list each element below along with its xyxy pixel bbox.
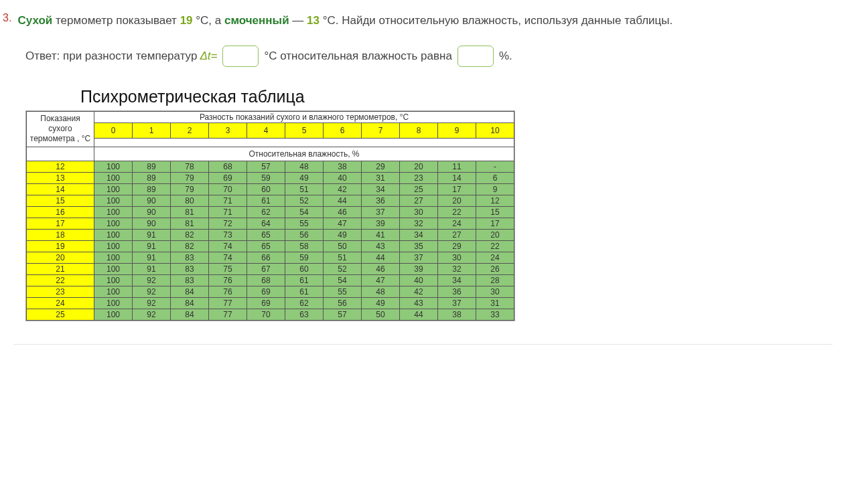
table-cell: 100: [94, 172, 133, 183]
table-cell: 60: [247, 183, 285, 195]
delta-symbol: Δt=: [200, 50, 217, 63]
row-label: 13: [27, 172, 94, 183]
term-wet: смоченный: [224, 14, 289, 27]
row-label: 23: [27, 286, 94, 297]
table-cell: 61: [285, 274, 324, 286]
delta-t-input[interactable]: [222, 46, 259, 67]
table-cell: 37: [400, 252, 438, 263]
table-cell: 69: [209, 172, 247, 183]
table-row: 2210092837668615447403428: [27, 274, 514, 286]
table-cell: 28: [476, 274, 514, 286]
table-cell: 92: [133, 309, 171, 320]
question-block: 3. Сухой термометр показывает 19 °C, а с…: [25, 12, 833, 29]
table-cell: 51: [324, 252, 362, 263]
table-cell: 24: [476, 252, 514, 263]
row-label: 19: [27, 240, 94, 252]
table-cell: 89: [133, 183, 171, 195]
col-header: 6: [324, 122, 362, 138]
table-cell: 40: [324, 172, 362, 183]
table-cell: 49: [324, 229, 362, 240]
table-cell: 44: [362, 252, 400, 263]
table-cell: 64: [247, 218, 285, 229]
row-label: 12: [27, 161, 94, 172]
table-cell: 20: [476, 229, 514, 240]
gap-row: [27, 138, 514, 147]
table-cell: 90: [133, 206, 171, 218]
table-cell: 60: [285, 263, 324, 274]
col-header: 3: [209, 122, 247, 138]
table-cell: 65: [247, 240, 285, 252]
table-cell: 31: [362, 172, 400, 183]
table-cell: 66: [247, 252, 285, 263]
table-cell: 83: [171, 252, 209, 263]
table-cell: 100: [94, 218, 133, 229]
table-cell: 89: [133, 161, 171, 172]
row-label: 16: [27, 206, 94, 218]
table-cell: 68: [209, 161, 247, 172]
table-cell: 50: [362, 309, 400, 320]
table-cell: 84: [171, 309, 209, 320]
table-cell: 20: [400, 161, 438, 172]
table-cell: 47: [362, 274, 400, 286]
row-label: 20: [27, 252, 94, 263]
table-row: 1610090817162544637302215: [27, 206, 514, 218]
table-cell: 100: [94, 183, 133, 195]
table-cell: 24: [438, 218, 476, 229]
table-cell: 100: [94, 161, 133, 172]
table-cell: 92: [133, 274, 171, 286]
col-header: 2: [171, 122, 209, 138]
table-cell: 36: [362, 195, 400, 206]
table-row: 12100897868574838292011-: [27, 161, 514, 172]
table-cell: 83: [171, 263, 209, 274]
table-cell: 22: [438, 206, 476, 218]
table-cell: 69: [247, 297, 285, 309]
table-cell: 76: [209, 274, 247, 286]
table-cell: 34: [438, 274, 476, 286]
table-cell: 11: [438, 161, 476, 172]
table-cell: 72: [209, 218, 247, 229]
col-header: 8: [400, 122, 438, 138]
table-cell: 51: [285, 183, 324, 195]
term-dry: Сухой: [17, 14, 52, 27]
table-cell: 92: [133, 286, 171, 297]
table-cell: 77: [209, 297, 247, 309]
humidity-input[interactable]: [457, 46, 494, 67]
table-row: 2010091837466595144373024: [27, 252, 514, 263]
table-cell: 37: [362, 206, 400, 218]
table-cell: 20: [438, 195, 476, 206]
psychrometric-table-wrap: Показания сухого термометра , °C Разност…: [25, 110, 515, 321]
table-cell: 100: [94, 297, 133, 309]
divider: [13, 344, 833, 345]
table-cell: 84: [171, 297, 209, 309]
table-cell: 56: [324, 297, 362, 309]
table-cell: 58: [285, 240, 324, 252]
table-cell: 61: [247, 195, 285, 206]
col-header: 10: [476, 122, 514, 138]
table-cell: 76: [209, 286, 247, 297]
table-cell: 73: [209, 229, 247, 240]
table-cell: 15: [476, 206, 514, 218]
value-sub-header: Относительная влажность, %: [94, 147, 514, 161]
table-row: 2410092847769625649433731: [27, 297, 514, 309]
table-cell: 74: [209, 240, 247, 252]
table-row: 141008979706051423425179: [27, 183, 514, 195]
table-cell: 37: [438, 297, 476, 309]
table-cell: 29: [438, 240, 476, 252]
row-label: 14: [27, 183, 94, 195]
table-cell: 22: [476, 240, 514, 252]
table-cell: 35: [400, 240, 438, 252]
table-cell: 23: [400, 172, 438, 183]
table-cell: 100: [94, 195, 133, 206]
row-label: 17: [27, 218, 94, 229]
table-cell: 77: [209, 309, 247, 320]
answer-label-3: %.: [499, 50, 512, 63]
table-cell: 38: [324, 161, 362, 172]
row-label: 18: [27, 229, 94, 240]
table-cell: 44: [400, 309, 438, 320]
table-cell: 12: [476, 195, 514, 206]
table-cell: 100: [94, 240, 133, 252]
table-cell: 62: [285, 297, 324, 309]
table-cell: 55: [324, 286, 362, 297]
table-row: 1510090807161524436272012: [27, 195, 514, 206]
table-cell: 29: [362, 161, 400, 172]
